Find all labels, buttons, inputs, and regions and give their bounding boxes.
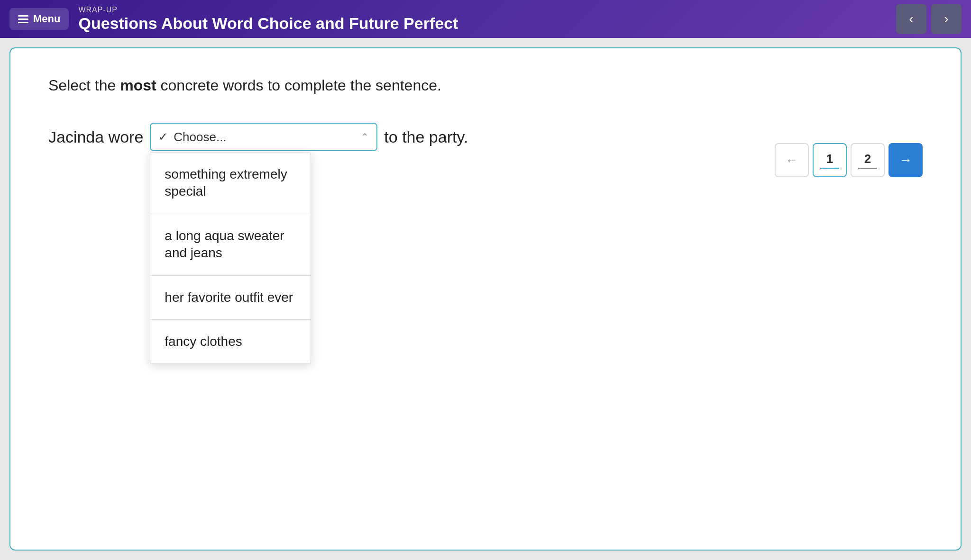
page-2-underline [858,168,877,169]
checkmark-icon: ✓ [158,130,168,144]
arrow-right-icon: → [899,153,912,168]
dropdown-menu: something extremely special a long aqua … [150,152,311,364]
chevron-down-icon: ⌃ [361,131,369,143]
menu-label: Menu [33,13,60,25]
page-1-underline [820,168,839,169]
page-1-label: 1 [826,152,833,166]
page-prev-button[interactable]: ← [775,143,809,177]
page-2-button[interactable]: 2 [851,143,885,177]
header-nav-buttons: ‹ › [896,4,962,34]
chevron-left-icon: ‹ [909,11,913,27]
sentence-prefix: Jacinda wore [48,123,143,151]
main-content: Select the most concrete words to comple… [9,47,962,551]
header-subtitle: WRAP-UP [78,6,458,14]
menu-icon [18,15,28,23]
question-instruction: Select the most concrete words to comple… [48,77,923,94]
dropdown-trigger-content: ✓ Choose... [158,130,226,145]
dropdown-option-1[interactable]: something extremely special [150,153,311,214]
arrow-left-icon: ← [786,153,798,168]
dropdown-placeholder: Choose... [174,130,226,145]
dropdown-option-3[interactable]: her favorite outfit ever [150,276,311,320]
dropdown-container: ✓ Choose... ⌃ something extremely specia… [150,123,377,151]
next-nav-button[interactable]: › [931,4,962,34]
dropdown-trigger[interactable]: ✓ Choose... ⌃ [150,123,377,151]
chevron-right-icon: › [944,11,948,27]
dropdown-option-4[interactable]: fancy clothes [150,320,311,363]
app-header: Menu WRAP-UP Questions About Word Choice… [0,0,971,38]
dropdown-option-2[interactable]: a long aqua sweater and jeans [150,214,311,276]
prev-nav-button[interactable]: ‹ [896,4,926,34]
page-next-button[interactable]: → [889,143,923,177]
menu-button[interactable]: Menu [9,8,69,30]
page-2-label: 2 [864,152,871,166]
header-title-area: WRAP-UP Questions About Word Choice and … [78,6,458,33]
pagination: ← 1 2 → [775,143,923,177]
header-title: Questions About Word Choice and Future P… [78,14,458,33]
sentence-suffix: to the party. [384,123,468,151]
page-1-button[interactable]: 1 [813,143,847,177]
